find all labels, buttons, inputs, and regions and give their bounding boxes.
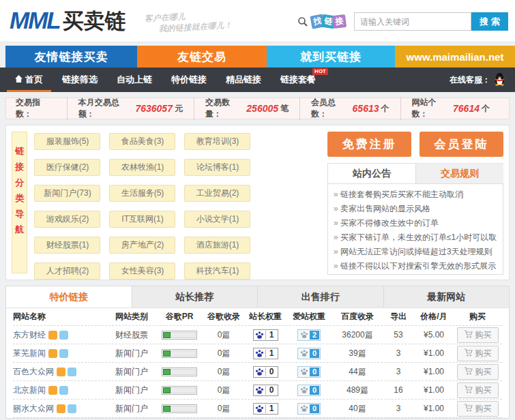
category-button[interactable]: 医疗保健(2) [34, 159, 100, 176]
col-google-pr: 谷歌PR [155, 311, 204, 322]
register-button[interactable]: 免费注册 [327, 132, 411, 157]
listing-panel: 特价链接 站长推荐 出售排行 最新网站 网站名称 网站类别 谷歌PR 谷歌收录 … [5, 286, 510, 419]
price-per-month: ¥1.00 [413, 367, 455, 376]
aizhan-weight-badge: 0 [297, 366, 321, 378]
tab-special-links[interactable]: 特价链接 [6, 286, 132, 308]
webmaster-weight-badge: 0 [253, 366, 278, 378]
category-button[interactable]: 房产地产(2) [109, 237, 175, 254]
rule-item[interactable]: 买家下错订单，未生效的订单≤1小时可以取消 [334, 230, 497, 245]
webmaster-weight-value: 1 [266, 348, 278, 358]
category-button[interactable]: 工业贸易(2) [184, 185, 250, 202]
banner-segment-1: 友情链接买卖 [5, 46, 137, 68]
tab-announcements[interactable]: 站内公告 [327, 163, 416, 183]
buy-button[interactable]: 购买 [457, 401, 499, 417]
search-input[interactable] [354, 12, 471, 31]
category-button[interactable]: 服装服饰(5) [34, 133, 100, 150]
export-count: 53 [384, 330, 413, 340]
qq-icon[interactable] [494, 72, 505, 88]
stat-site-count-value: 76614 [453, 103, 480, 114]
category-button[interactable]: 财经股票(1) [34, 237, 100, 254]
category-button[interactable]: 生活服务(5) [109, 185, 175, 202]
site-name-link[interactable]: 丽水大众网 [13, 403, 54, 415]
category-button[interactable]: 人才招聘(2) [34, 262, 100, 280]
paw-icon [254, 386, 266, 395]
tab-webmaster-picks[interactable]: 站长推荐 [132, 286, 258, 308]
category-button[interactable]: 女性美容(3) [109, 262, 175, 280]
nav-item-link-packages[interactable]: 链接套餐HOT [271, 68, 325, 92]
site-category: 新闻门户 [108, 403, 155, 415]
paw-icon [299, 386, 310, 394]
stat-monthly-total-value: 7636057 [135, 103, 173, 114]
category-button[interactable]: 小说文学(1) [184, 211, 250, 228]
cart-icon [464, 330, 473, 340]
category-button[interactable]: 科技汽车(1) [184, 262, 250, 280]
price-per-month: ¥1.00 [413, 385, 455, 395]
site-name-link[interactable]: 东方财经 [13, 329, 46, 341]
price-per-month: ¥5.00 [413, 330, 455, 340]
category-button[interactable]: 游戏娱乐(2) [34, 211, 100, 228]
category-button[interactable]: 农林牧渔(1) [109, 159, 175, 176]
logo-mml-text: MML [10, 8, 60, 33]
main-nav: 首页 链接筛选 自动上链 特价链接 精品链接 链接套餐HOT 在线客服： [0, 68, 515, 92]
category-button[interactable]: 新闻门户(73) [34, 185, 100, 202]
export-count: 3 [384, 348, 413, 358]
buy-button-label: 购买 [475, 329, 492, 341]
tab-trade-rules[interactable]: 交易规则 [416, 163, 503, 183]
nav-item-special-links[interactable]: 特价链接 [162, 68, 216, 92]
table-row: 莱芜新闻 新闻门户 0篇 1 [13, 344, 502, 363]
rules-list: 链接套餐购买后买家不能主动取消 卖家出售网站的显示风格 买家不得修改生效中的订单… [327, 183, 503, 275]
category-button[interactable]: IT互联网(1) [109, 211, 175, 228]
paw-icon [299, 404, 310, 412]
listing-tabs: 特价链接 站长推荐 出售排行 最新网站 [6, 286, 509, 308]
table-body: 东方财经 财经股票 0篇 1 [13, 326, 502, 418]
login-button[interactable]: 会员登陆 [420, 132, 503, 157]
table-header-row: 网站名称 网站类别 谷歌PR 谷歌收录 站长权重 爱站权重 百度收录 导出 价格… [13, 308, 502, 326]
table-row: 百色大众网 新闻门户 0篇 0 [13, 363, 502, 381]
google-index-value: 0篇 [204, 366, 244, 378]
rule-item[interactable]: 链接套餐购买后买家不能主动取消 [334, 188, 497, 202]
rule-item[interactable]: 买家不得修改生效中的订单 [334, 216, 497, 230]
pr-fill [163, 332, 171, 338]
rule-item[interactable]: 网站无法正常访问或掉链超过3天处理规则 [334, 245, 497, 259]
rule-item[interactable]: 链接不得以以下对搜索引擎无效的形式展示 [334, 259, 497, 273]
paw-icon [254, 404, 266, 413]
tab-sales-ranking[interactable]: 出售排行 [257, 286, 383, 308]
site-name-link[interactable]: 莱芜新闻 [13, 348, 46, 359]
pr-rest [171, 350, 196, 357]
aizhan-weight-badge: 2 [297, 329, 321, 341]
banner-segment-2: 友链交易 [137, 46, 267, 68]
nav-item-link-filter[interactable]: 链接筛选 [53, 68, 107, 92]
paw-icon [299, 368, 310, 376]
nav-item-auto-link[interactable]: 自动上链 [107, 68, 162, 92]
promo-badge-orange-icon [48, 331, 57, 340]
pr-fill [163, 350, 171, 357]
col-category: 网站类别 [108, 311, 155, 322]
nav-item-home[interactable]: 首页 [5, 68, 53, 92]
buy-button[interactable]: 购买 [457, 327, 499, 343]
rule-item[interactable]: 卖家出售网站的显示风格 [334, 202, 497, 216]
promo-banner: 友情链接买卖 友链交易 就到买链接 www.maimailian.net [0, 46, 515, 68]
col-price: 价格/月 [413, 311, 455, 322]
promo-badge-blue-icon [68, 404, 76, 413]
site-logo: MML 买卖链 [10, 8, 126, 33]
webmaster-weight-value: 1 [266, 330, 278, 340]
tab-newest-sites[interactable]: 最新网站 [383, 286, 510, 308]
buy-button[interactable]: 购买 [457, 382, 499, 398]
google-index-value: 0篇 [204, 348, 244, 359]
buy-button-label: 购买 [475, 385, 492, 396]
buy-button[interactable]: 购买 [457, 364, 499, 380]
promo-badge-blue-icon [68, 368, 76, 376]
category-button[interactable]: 论坛博客(1) [184, 159, 250, 176]
site-name-link[interactable]: 北京新闻 [13, 385, 46, 396]
home-icon [15, 74, 23, 85]
category-button[interactable]: 教育培训(3) [184, 133, 250, 150]
site-name-link[interactable]: 百色大众网 [13, 366, 54, 378]
aizhan-weight-badge: 0 [297, 403, 321, 415]
nav-item-premium-links[interactable]: 精品链接 [216, 68, 271, 92]
trade-index-bar: 交易指数： 本月交易总额：7636057元 交易数量：256005笔 会员总数：… [5, 97, 510, 119]
category-button[interactable]: 酒店旅游(1) [184, 237, 250, 254]
buy-button[interactable]: 购买 [457, 346, 499, 361]
category-button[interactable]: 食品美食(3) [109, 133, 175, 150]
col-webmaster-weight: 站长权重 [244, 311, 287, 322]
search-button[interactable]: 搜 索 [471, 12, 508, 31]
